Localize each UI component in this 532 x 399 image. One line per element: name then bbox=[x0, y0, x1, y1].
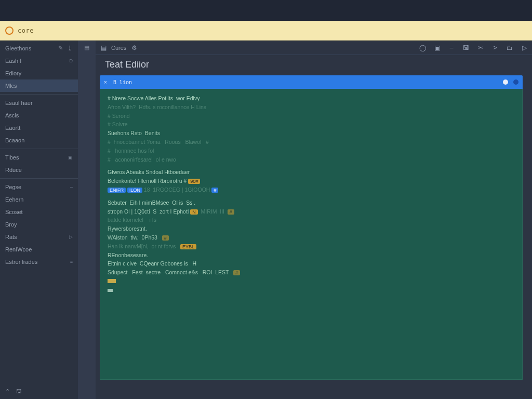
sidebar-item-label: RenIWcoe bbox=[5, 246, 32, 252]
code-badge: N bbox=[190, 209, 198, 215]
code-badge: 90# bbox=[188, 179, 200, 184]
tab-close-icon[interactable]: × bbox=[104, 79, 109, 85]
sidebar-item-4[interactable]: Ascis bbox=[0, 109, 78, 122]
sidebar-item-9[interactable]: Pegse – bbox=[0, 181, 78, 193]
sidebar-item-14[interactable]: RenIWcoe bbox=[0, 243, 78, 256]
sidebar-item-label: Mlcs bbox=[5, 83, 17, 89]
code-badge: # bbox=[228, 209, 234, 215]
sidebar-status-icons bbox=[0, 384, 78, 399]
sidebar-item-2[interactable]: Mlcs bbox=[0, 79, 78, 92]
sidebar-item-label: Esaul haer bbox=[5, 100, 33, 106]
code-line: # honnnee hos fol bbox=[108, 147, 515, 155]
code-editor[interactable]: # Nrere Socwe Alles Potilts wor Edivy Af… bbox=[100, 89, 523, 380]
sidebar-item-meta: ▷ bbox=[69, 234, 73, 240]
sidebar-item-label: Bcaaon bbox=[5, 137, 24, 143]
storage-icon[interactable] bbox=[16, 388, 22, 395]
code-line: Eltnin c clve CQeanr Gobones is H bbox=[108, 259, 515, 268]
editor-tab-strip[interactable]: × B lion bbox=[100, 75, 523, 89]
address-text: core bbox=[18, 27, 34, 34]
toolbar-terminal-icon[interactable] bbox=[491, 44, 499, 51]
sidebar-item-label: Tibes bbox=[5, 154, 19, 161]
toolbar-minimize-icon[interactable] bbox=[448, 44, 455, 51]
sidebar-item-label: Rats bbox=[5, 234, 17, 240]
page-title: Teat Ediior bbox=[96, 55, 532, 75]
code-line bbox=[108, 277, 515, 286]
code-line bbox=[108, 286, 515, 295]
sidebar-item-13[interactable]: Rats ▷ bbox=[0, 231, 78, 243]
sidebar-item-meta: ▣ bbox=[68, 155, 73, 160]
activity-gutter bbox=[78, 41, 96, 399]
toolbar-left: Cures bbox=[100, 44, 138, 51]
code-badge: # bbox=[211, 188, 218, 193]
gutter-doc-icon[interactable] bbox=[83, 44, 90, 51]
toolbar-panel-icon[interactable] bbox=[433, 44, 441, 51]
toolbar-run-icon[interactable] bbox=[521, 44, 528, 51]
code-badge: EYBL bbox=[180, 244, 196, 249]
toolbar-save-icon[interactable] bbox=[462, 44, 470, 51]
sidebar-header: Gieethons bbox=[0, 41, 78, 55]
sidebar-item-1[interactable]: Ediory bbox=[0, 67, 78, 79]
download-icon[interactable] bbox=[67, 45, 73, 51]
sidebar-item-label: Eehern bbox=[5, 196, 23, 203]
toolbar-cut-icon[interactable] bbox=[477, 44, 484, 51]
code-line: Sebuter Eih l mimBMsee Ol is Ss . bbox=[108, 198, 515, 207]
cursor-icon bbox=[108, 279, 116, 283]
toolbar: Cures bbox=[96, 41, 532, 55]
code-line: batde ktornelel i fs bbox=[108, 216, 515, 224]
tab-filename: B lion bbox=[113, 79, 132, 85]
sidebar-item-label: Pegse bbox=[5, 184, 21, 190]
code-badge: ILON bbox=[127, 188, 142, 193]
sidebar-item-7[interactable]: Tibes ▣ bbox=[0, 151, 78, 164]
sidebar-item-3[interactable]: Esaul haer bbox=[0, 97, 78, 109]
sidebar-item-label: Rduce bbox=[5, 167, 22, 173]
code-line: Gtwros Abeaks Sndoal Htboedaer bbox=[108, 168, 515, 177]
toolbar-circle-icon[interactable] bbox=[419, 44, 426, 51]
code-line: Han Ik nanvM[nl, or nt forvs EYBL bbox=[108, 242, 515, 251]
sync-icon[interactable] bbox=[5, 388, 10, 395]
code-line: WAlston tlw. 0Ph53 # bbox=[108, 233, 515, 242]
sidebar-item-11[interactable]: Scoset bbox=[0, 206, 78, 218]
sidebar-item-label: Ascis bbox=[5, 112, 19, 118]
sidebar-item-12[interactable]: Broy bbox=[0, 218, 78, 231]
sidebar-item-0[interactable]: Eash I D bbox=[0, 55, 78, 67]
toolbar-folder-icon[interactable] bbox=[506, 44, 513, 51]
sidebar-item-label: Estrer lrades bbox=[5, 259, 37, 265]
sidebar-item-meta: ≡ bbox=[70, 259, 73, 264]
sidebar-item-meta: D bbox=[70, 58, 73, 63]
sidebar-item-label: Eash I bbox=[5, 58, 21, 64]
toolbar-right bbox=[419, 44, 528, 51]
main-area: Cures Teat Ediior × B lion bbox=[96, 41, 532, 399]
sidebar-item-8[interactable]: Rduce bbox=[0, 164, 78, 176]
sidebar: Gieethons Eash I D Ediory Mlcs Esaul hae… bbox=[0, 41, 78, 399]
editor-chrome: Gieethons Eash I D Ediory Mlcs Esaul hae… bbox=[0, 41, 532, 399]
pencil-icon[interactable] bbox=[58, 45, 63, 51]
home-icon[interactable] bbox=[5, 26, 14, 35]
code-line: # Serond bbox=[108, 112, 515, 121]
code-line: # acononirfesare! ol e nwo bbox=[108, 155, 515, 164]
code-line: # hnocobannet ?oma Roous Blawol # bbox=[108, 138, 515, 147]
sidebar-divider bbox=[0, 149, 78, 149]
sidebar-item-label: Broy bbox=[5, 221, 17, 228]
sidebar-item-label: Ediory bbox=[5, 70, 21, 76]
address-bar[interactable]: core bbox=[0, 21, 532, 41]
sidebar-item-meta: – bbox=[70, 184, 73, 190]
gear-icon[interactable] bbox=[130, 44, 138, 51]
sidebar-item-label: Scoset bbox=[5, 209, 23, 215]
sidebar-title: Gieethons bbox=[5, 45, 31, 51]
sidebar-item-label: Eaortt bbox=[5, 125, 20, 131]
tab-indicator-icon[interactable] bbox=[503, 79, 508, 85]
code-line: # Nrere Socwe Alles Potilts wor Edivy bbox=[108, 94, 515, 103]
code-line: Rywersborestnt. bbox=[108, 224, 515, 233]
code-line: Sdupect Fest sectre Comnoct e&s ROI LEST… bbox=[108, 268, 515, 277]
sidebar-item-6[interactable]: Bcaaon bbox=[0, 134, 78, 147]
caret-icon bbox=[108, 289, 113, 292]
sidebar-item-10[interactable]: Eehern bbox=[0, 193, 78, 206]
file-icon[interactable] bbox=[100, 44, 107, 51]
tab-indicator-icon[interactable] bbox=[513, 79, 518, 85]
sidebar-item-15[interactable]: Estrer lrades ≡ bbox=[0, 256, 78, 268]
code-line: REnonbesesare. bbox=[108, 251, 515, 260]
sidebar-divider bbox=[0, 178, 78, 179]
code-badge: # bbox=[162, 235, 169, 241]
code-line: Belenkonte! Hlernoll Rbroirotru # 90# bbox=[108, 177, 515, 185]
sidebar-item-5[interactable]: Eaortt bbox=[0, 122, 78, 134]
